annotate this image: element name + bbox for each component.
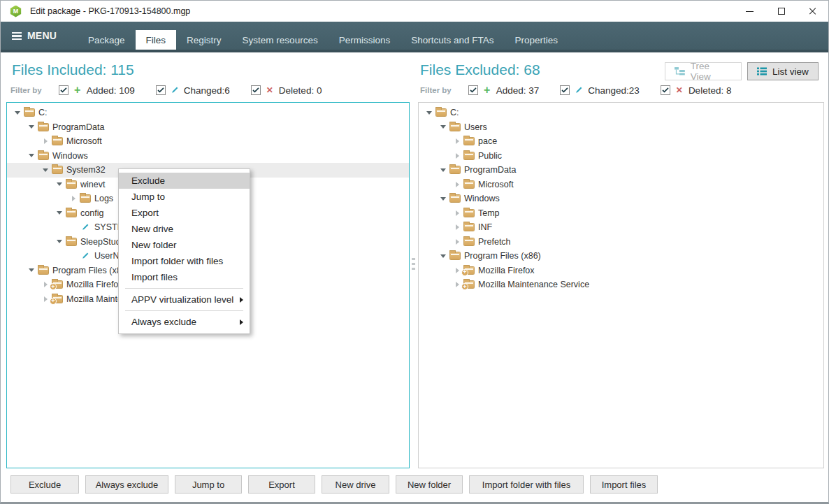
close-button[interactable] (797, 1, 828, 22)
tab-package[interactable]: Package (78, 30, 136, 50)
tab-permissions[interactable]: Permissions (329, 30, 401, 50)
filter-changed: Changed:23 (560, 85, 640, 96)
menu-item-import-files[interactable]: Import files (119, 269, 250, 285)
list-view-button[interactable]: List view (747, 62, 819, 80)
panel-splitter[interactable] (412, 258, 415, 270)
filter-added-label: Added: 109 (87, 85, 135, 96)
deleted-checkbox[interactable] (251, 85, 261, 95)
expander-icon[interactable] (452, 237, 462, 247)
main-menu-button[interactable]: MENU (1, 22, 57, 50)
expander-icon[interactable] (55, 208, 64, 218)
menu-item-import-folder-with-files[interactable]: Import folder with files (119, 253, 250, 269)
maximize-icon (778, 8, 785, 15)
tab-system-resources[interactable]: System resources (232, 30, 329, 50)
import-folder-with-files-button[interactable]: Import folder with files (469, 475, 584, 494)
tree-row[interactable]: Prefetch (419, 235, 823, 250)
expander-icon[interactable] (55, 180, 64, 189)
tree-row[interactable]: Microsoft (419, 178, 823, 192)
tree-row[interactable]: pace (419, 134, 823, 149)
expander-icon[interactable] (452, 180, 462, 189)
expander-icon[interactable] (438, 251, 448, 261)
expander-icon[interactable] (452, 280, 462, 289)
close-icon (809, 7, 817, 15)
tree-label: pace (478, 136, 497, 146)
expander-icon[interactable] (13, 108, 22, 117)
tree-row[interactable]: Mozilla Maintenance Service (419, 278, 823, 292)
tree-row[interactable]: ProgramData (7, 120, 409, 135)
tree-row[interactable]: Public (419, 149, 823, 164)
menu-item-label: Always exclude (131, 317, 196, 327)
expander-icon[interactable] (438, 122, 448, 132)
tree-row[interactable]: INF (419, 220, 823, 235)
tree-row[interactable]: Microsoft (7, 134, 409, 149)
tab-shortcuts-ftas[interactable]: Shortcuts and FTAs (401, 30, 504, 50)
deleted-checkbox[interactable] (661, 85, 670, 95)
export-button[interactable]: Export (248, 475, 315, 494)
expander-icon[interactable] (424, 108, 434, 117)
menu-item-exclude[interactable]: Exclude (119, 173, 250, 189)
tree-row[interactable]: Temp (419, 206, 823, 221)
tree-label: C: (450, 108, 459, 117)
folder-icon (38, 123, 49, 131)
menu-item-jump-to[interactable]: Jump to (119, 189, 250, 205)
expander-icon[interactable] (41, 136, 50, 146)
expander-icon[interactable] (452, 151, 462, 161)
added-checkbox[interactable] (468, 85, 478, 95)
expander-icon[interactable] (438, 165, 448, 175)
folder-added-icon (463, 280, 475, 289)
expander-icon[interactable] (438, 194, 448, 203)
check-icon (157, 87, 164, 93)
tree-row[interactable]: Windows (419, 192, 823, 206)
expander-icon[interactable] (41, 294, 50, 304)
context-menu: Exclude Jump to Export New drive New fol… (118, 168, 250, 334)
expander-icon[interactable] (452, 136, 462, 146)
folder-added-icon (463, 266, 475, 275)
tree-label: ProgramData (52, 122, 104, 132)
new-folder-button[interactable]: New folder (396, 475, 463, 494)
import-files-button[interactable]: Import files (590, 475, 658, 494)
menu-item-new-drive[interactable]: New drive (119, 221, 250, 237)
menu-item-export[interactable]: Export (119, 205, 250, 221)
menu-item-appv-virtualization-level[interactable]: APPV virtualization level (119, 291, 250, 308)
new-drive-button[interactable]: New drive (322, 475, 389, 494)
exclude-button[interactable]: Exclude (10, 475, 79, 494)
expander-icon[interactable] (452, 222, 462, 232)
always-exclude-button[interactable]: Always exclude (85, 475, 168, 494)
expander-icon[interactable] (69, 194, 78, 203)
tree-label: Microsoft (478, 180, 514, 189)
jump-to-button[interactable]: Jump to (175, 475, 242, 494)
folder-icon (52, 166, 63, 174)
tree-view-button[interactable]: Tree View (665, 62, 742, 80)
tree-row[interactable]: C: (7, 106, 409, 120)
expander-icon[interactable] (27, 122, 36, 132)
tree-row[interactable]: ProgramData (419, 163, 823, 178)
check-icon (252, 87, 259, 93)
minimize-button[interactable] (734, 1, 765, 22)
tree-row[interactable]: C: (419, 106, 823, 120)
pencil-icon (574, 86, 584, 94)
tree-label: System32 (66, 165, 106, 175)
tab-properties[interactable]: Properties (504, 30, 568, 50)
tree-row[interactable]: Users (419, 120, 823, 135)
tree-label: ProgramData (464, 165, 516, 175)
expander-icon[interactable] (41, 165, 50, 175)
tab-files[interactable]: Files (136, 30, 177, 50)
expander-icon[interactable] (27, 151, 36, 161)
added-checkbox[interactable] (59, 85, 69, 95)
tree-row[interactable]: Mozilla Firefox (419, 264, 823, 278)
expander-icon[interactable] (452, 208, 462, 218)
tree-row[interactable]: Windows (7, 149, 409, 164)
menu-item-new-folder[interactable]: New folder (119, 237, 250, 253)
tree-row[interactable]: Program Files (x86) (419, 249, 823, 264)
cross-icon (675, 86, 684, 94)
changed-checkbox[interactable] (560, 85, 570, 95)
maximize-button[interactable] (765, 1, 797, 22)
changed-checkbox[interactable] (156, 85, 166, 95)
expander-icon[interactable] (27, 266, 36, 275)
filter-added-label: Added: 37 (496, 85, 540, 96)
expander-icon[interactable] (452, 266, 462, 275)
expander-icon[interactable] (55, 237, 64, 247)
expander-icon[interactable] (41, 280, 50, 289)
menu-item-always-exclude[interactable]: Always exclude (119, 314, 250, 330)
tab-registry[interactable]: Registry (176, 30, 232, 50)
